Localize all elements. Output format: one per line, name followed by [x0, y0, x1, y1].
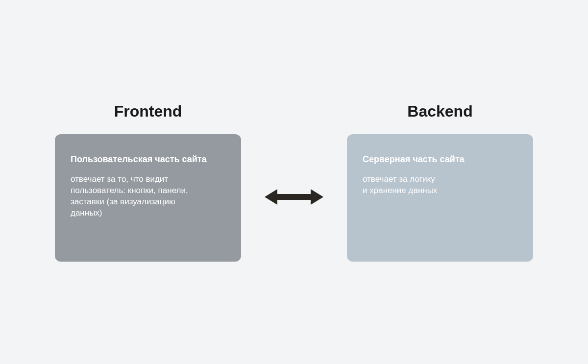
diagram-container: Frontend Пользовательская часть сайта от… [55, 102, 533, 262]
backend-heading: Backend [407, 102, 472, 121]
backend-card-title: Серверная часть сайта [363, 154, 517, 165]
frontend-heading: Frontend [114, 102, 182, 121]
backend-card: Серверная часть сайта отвечает за логику… [347, 134, 533, 262]
backend-card-description: отвечает за логику и хранение данных [363, 174, 517, 196]
backend-column: Backend Серверная часть сайта отвечает з… [347, 102, 533, 262]
double-arrow-icon [265, 188, 323, 206]
frontend-card-title: Пользовательская часть сайта [71, 154, 225, 165]
frontend-column: Frontend Пользовательская часть сайта от… [55, 102, 241, 262]
frontend-card: Пользовательская часть сайта отвечает за… [55, 134, 241, 262]
svg-marker-0 [265, 189, 323, 205]
frontend-card-description: отвечает за то, что видит пользователь: … [71, 174, 225, 219]
